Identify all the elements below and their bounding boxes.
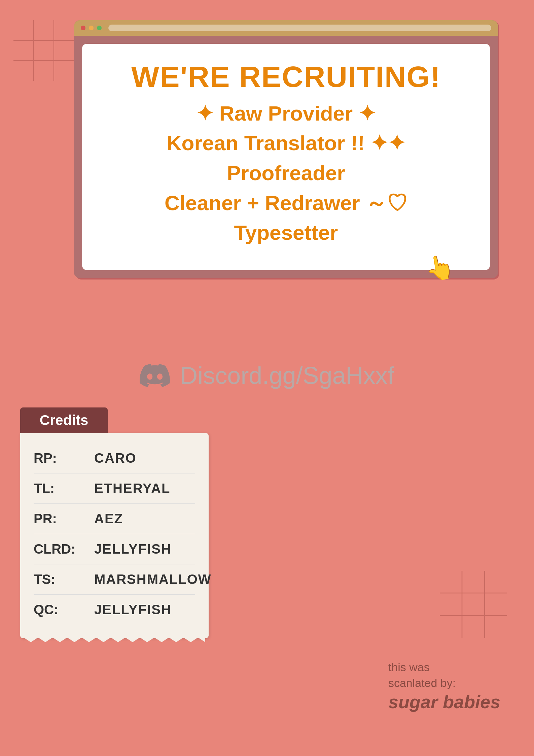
- browser-inner: WE'RE RECRUITING! ✦ Raw Provider ✦ Korea…: [82, 44, 490, 270]
- recruiting-title: WE'RE RECRUITING!: [102, 61, 470, 93]
- browser-urlbar: [108, 25, 491, 31]
- credits-value-rp: CARO: [94, 451, 137, 466]
- table-row: RP: CARO: [34, 443, 195, 473]
- table-row: CLRD: JELLYFISH: [34, 534, 195, 564]
- credits-body: RP: CARO TL: ETHERYAL PR: AEZ CLRD: JELL…: [20, 433, 209, 638]
- credits-label-pr: PR:: [34, 511, 94, 526]
- table-row: TS: MARSHMALLOW: [34, 564, 195, 595]
- table-row: QC: JELLYFISH: [34, 595, 195, 625]
- credits-value-tl: ETHERYAL: [94, 481, 170, 496]
- recruiting-item-3: Proofreader: [227, 160, 345, 187]
- discord-link[interactable]: Discord.gg/SgaHxxf: [180, 362, 394, 389]
- credits-label-rp: RP:: [34, 451, 94, 466]
- credits-label-tl: TL:: [34, 481, 94, 496]
- grid-decoration-topleft: [13, 20, 74, 81]
- grid-decoration-bottomright: [440, 571, 507, 638]
- scanlated-brand: sugar babies: [388, 691, 500, 712]
- credits-section: Credits RP: CARO TL: ETHERYAL PR: AEZ CL…: [20, 407, 209, 638]
- table-row: PR: AEZ: [34, 504, 195, 534]
- credits-header: Credits: [20, 407, 108, 433]
- credits-value-ts: MARSHMALLOW: [94, 572, 212, 587]
- discord-section: Discord.gg/SgaHxxf: [0, 360, 534, 391]
- dot-yellow: [89, 26, 94, 30]
- dot-red: [81, 26, 85, 30]
- recruiting-item-5: Typesetter: [234, 219, 338, 246]
- credits-label-clrd: CLRD:: [34, 541, 94, 557]
- scanlated-section: this was scanlated by: sugar babies: [388, 659, 500, 712]
- browser-window: WE'RE RECRUITING! ✦ Raw Provider ✦ Korea…: [74, 20, 498, 278]
- recruiting-items: ✦ Raw Provider ✦ Korean Translator !! ✦✦…: [102, 100, 470, 246]
- table-row: TL: ETHERYAL: [34, 473, 195, 504]
- browser-content: WE'RE RECRUITING! ✦ Raw Provider ✦ Korea…: [74, 36, 498, 278]
- recruiting-item-4: Cleaner + Redrawer ～♡: [165, 190, 407, 217]
- credits-value-pr: AEZ: [94, 511, 123, 526]
- credits-label-ts: TS:: [34, 572, 94, 587]
- recruiting-item-2: Korean Translator !! ✦✦: [167, 130, 405, 157]
- browser-titlebar: [74, 20, 498, 36]
- dot-green: [97, 26, 102, 30]
- cursor-hand-icon: 👆: [423, 252, 457, 284]
- credits-value-clrd: JELLYFISH: [94, 541, 172, 557]
- credits-label-qc: QC:: [34, 602, 94, 617]
- discord-icon: [140, 360, 170, 391]
- credits-value-qc: JELLYFISH: [94, 602, 172, 617]
- scanlated-line1: this was scanlated by:: [388, 659, 500, 691]
- recruiting-item-1: ✦ Raw Provider ✦: [196, 100, 376, 127]
